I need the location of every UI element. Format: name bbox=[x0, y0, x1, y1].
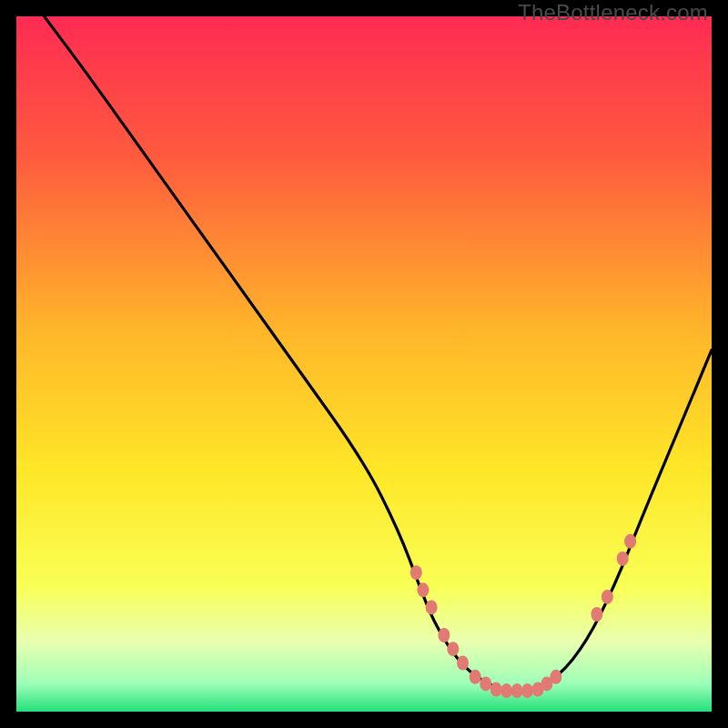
highlight-dot bbox=[602, 590, 613, 604]
highlight-dot bbox=[617, 551, 629, 566]
highlight-dot bbox=[457, 656, 469, 671]
highlight-dot bbox=[490, 682, 502, 697]
highlight-dot bbox=[591, 607, 602, 622]
highlight-dot bbox=[470, 670, 481, 684]
highlight-dot bbox=[511, 683, 523, 698]
highlight-dot bbox=[550, 670, 561, 684]
highlight-dot bbox=[426, 600, 438, 614]
highlight-dot bbox=[447, 642, 459, 656]
highlight-dot bbox=[521, 683, 533, 698]
highlight-dot bbox=[624, 534, 636, 549]
highlight-dot bbox=[480, 676, 491, 691]
highlight-dot bbox=[500, 683, 512, 698]
bottleneck-chart bbox=[16, 16, 712, 712]
highlight-dot bbox=[417, 582, 429, 597]
highlight-dot bbox=[438, 628, 450, 642]
highlight-dot bbox=[410, 565, 422, 580]
watermark-text: TheBottleneck.com bbox=[518, 0, 708, 25]
chart-frame bbox=[16, 16, 712, 712]
